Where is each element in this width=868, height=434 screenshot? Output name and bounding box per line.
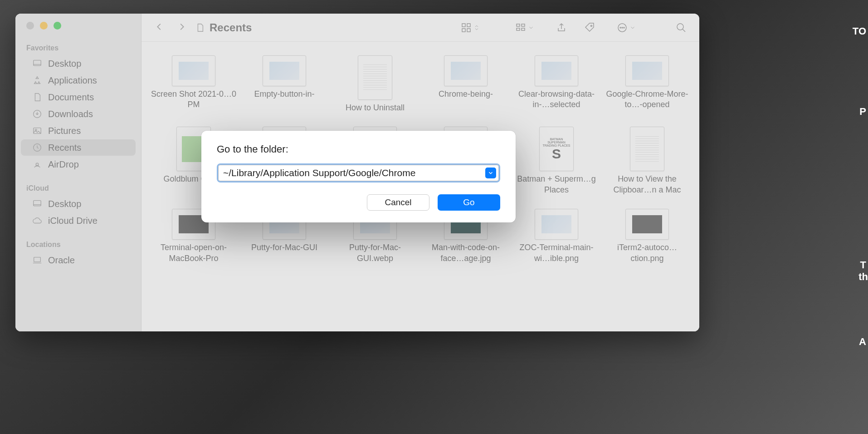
- download-icon: [32, 108, 43, 119]
- sidebar-item-documents[interactable]: Documents: [21, 89, 136, 105]
- sidebar-section-locations: Locations: [15, 237, 141, 252]
- share-button[interactable]: [556, 22, 567, 33]
- sidebar-item-label: Downloads: [48, 109, 93, 119]
- clock-icon: [32, 142, 43, 153]
- view-mode-button[interactable]: [461, 22, 480, 33]
- nav-forward-button[interactable]: [177, 22, 187, 34]
- cloud-icon: [32, 215, 43, 226]
- file-label: Clear-browsing-data-in-…selected: [513, 89, 600, 110]
- file-thumbnail: [535, 55, 578, 86]
- sidebar-item-desktop[interactable]: Desktop: [21, 55, 136, 72]
- sidebar-item-label: AirDrop: [48, 159, 79, 170]
- svg-rect-13: [522, 24, 525, 26]
- apps-icon: [32, 75, 43, 86]
- svg-rect-10: [462, 29, 465, 32]
- file-item[interactable]: ZOC-Terminal-main-wi…ible.png: [513, 209, 600, 264]
- file-item[interactable]: Screen Shot 2021-0…0 PM: [151, 55, 237, 113]
- clipped-text: A: [859, 336, 866, 348]
- sidebar-item-recents[interactable]: Recents: [21, 139, 136, 156]
- file-thumbnail: [625, 209, 669, 240]
- file-thumbnail: [535, 209, 578, 240]
- sidebar-item-icloud-desktop[interactable]: Desktop: [21, 196, 136, 212]
- document-icon: [195, 23, 205, 33]
- svg-rect-14: [517, 28, 520, 30]
- file-label: Chrome-being-: [439, 89, 493, 99]
- go-to-folder-dialog: Go to the folder: Cancel Go: [201, 131, 516, 222]
- sidebar-item-label: Pictures: [48, 126, 81, 136]
- sidebar-item-label: Oracle: [48, 255, 75, 266]
- cancel-button[interactable]: Cancel: [367, 194, 429, 211]
- svg-rect-15: [522, 28, 525, 30]
- file-item[interactable]: iTerm2-autoco…ction.png: [604, 209, 690, 264]
- sidebar-item-label: Recents: [48, 143, 81, 153]
- laptop-icon: [32, 255, 43, 266]
- close-window-button[interactable]: [26, 22, 34, 30]
- file-item[interactable]: Chrome-being-: [423, 55, 509, 113]
- group-button[interactable]: [515, 22, 534, 33]
- sidebar-item-label: iCloud Drive: [48, 216, 98, 226]
- go-button[interactable]: Go: [438, 194, 500, 211]
- sidebar-item-label: Documents: [48, 92, 94, 103]
- window-title: Recents: [210, 21, 252, 34]
- file-label: Man-with-code-on-face…age.jpg: [423, 242, 509, 264]
- file-thumbnail: [630, 127, 664, 171]
- svg-rect-6: [34, 201, 41, 206]
- sidebar-item-label: Applications: [48, 75, 97, 86]
- path-dropdown-button[interactable]: [485, 168, 496, 178]
- sidebar-item-downloads[interactable]: Downloads: [21, 106, 136, 122]
- file-item[interactable]: Empty-button-in-: [241, 55, 327, 113]
- svg-point-19: [622, 27, 623, 28]
- clipped-text: P: [859, 106, 866, 118]
- file-label: Google-Chrome-More-to…-opened: [604, 89, 690, 110]
- sidebar-item-label: Desktop: [48, 199, 81, 209]
- sidebar-item-applications[interactable]: Applications: [21, 72, 136, 89]
- sidebar-section-favorites: Favorites: [15, 40, 141, 55]
- file-item[interactable]: Google-Chrome-More-to…-opened: [604, 55, 690, 113]
- file-item[interactable]: Clear-browsing-data-in-…selected: [513, 55, 600, 113]
- sidebar-item-label: Desktop: [48, 59, 81, 69]
- file-item[interactable]: How to View the Clipboar…n a Mac: [604, 127, 690, 195]
- sidebar-item-oracle[interactable]: Oracle: [21, 252, 136, 268]
- finder-sidebar: Favorites Desktop Applications Documents…: [15, 14, 141, 331]
- nav-back-button[interactable]: [154, 22, 164, 34]
- zoom-window-button[interactable]: [54, 22, 61, 30]
- file-thumbnail: [172, 55, 215, 86]
- sidebar-section-icloud: iCloud: [15, 181, 141, 195]
- desktop-icon: [32, 58, 43, 69]
- svg-point-18: [620, 27, 621, 28]
- file-thumbnail: [358, 55, 392, 100]
- sidebar-item-pictures[interactable]: Pictures: [21, 123, 136, 139]
- airdrop-icon: [32, 159, 43, 170]
- tags-button[interactable]: [584, 22, 595, 33]
- clipped-text: th: [858, 271, 868, 283]
- dialog-title: Go to the folder:: [217, 143, 500, 155]
- file-item[interactable]: How to Uninstall: [332, 55, 418, 113]
- file-thumbnail: BATMANSUPERMANTRADING PLACESS: [539, 127, 574, 171]
- sidebar-item-icloud-drive[interactable]: iCloud Drive: [21, 212, 136, 229]
- action-button[interactable]: [617, 22, 636, 33]
- clipped-text: TO: [853, 25, 866, 37]
- file-thumbnail: [263, 55, 306, 86]
- file-label: Empty-button-in-: [254, 89, 314, 99]
- file-label: Putty-for-Mac-GUI.webp: [332, 242, 418, 264]
- svg-rect-9: [467, 24, 470, 27]
- search-button[interactable]: [676, 22, 687, 33]
- document-icon: [32, 92, 43, 103]
- svg-point-21: [677, 24, 683, 30]
- file-item[interactable]: BATMANSUPERMANTRADING PLACESSBatman + Su…: [513, 127, 600, 195]
- sidebar-item-airdrop[interactable]: AirDrop: [21, 156, 136, 173]
- folder-path-input[interactable]: [218, 165, 499, 181]
- file-thumbnail: [625, 55, 669, 86]
- svg-point-20: [624, 27, 624, 28]
- svg-point-17: [618, 24, 626, 32]
- svg-rect-8: [462, 24, 465, 27]
- svg-point-16: [591, 25, 592, 26]
- minimize-window-button[interactable]: [40, 22, 48, 30]
- file-label: iTerm2-autoco…ction.png: [604, 242, 690, 264]
- desktop-icon: [32, 198, 43, 209]
- file-label: Screen Shot 2021-0…0 PM: [151, 89, 237, 110]
- pictures-icon: [32, 125, 43, 136]
- file-label: How to Uninstall: [346, 103, 405, 113]
- clipped-text: T: [860, 259, 866, 271]
- file-thumbnail: [444, 55, 488, 86]
